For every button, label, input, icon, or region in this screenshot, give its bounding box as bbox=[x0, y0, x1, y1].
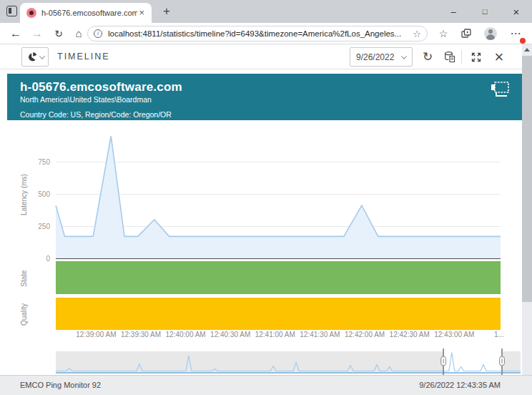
tab-title: h-05676.emcosoftware.com - Ti bbox=[41, 9, 137, 17]
toolbar-separator bbox=[461, 50, 462, 64]
close-view-button[interactable]: × bbox=[489, 47, 509, 67]
browser-nav-bar: ← → ↻ ⌂ i localhost:4811/statistics/time… bbox=[0, 23, 532, 44]
favorite-star-icon[interactable]: ☆ bbox=[413, 29, 421, 39]
latency-timeline-chart: 0250500750Latency (ms)StateQuality12:39:… bbox=[0, 125, 522, 347]
scrollbar-thumb[interactable] bbox=[522, 56, 532, 302]
expand-arrows-icon bbox=[471, 52, 482, 63]
x-tick-label: 12:39:30 AM bbox=[121, 331, 161, 338]
state-axis-label: State bbox=[20, 270, 28, 287]
site-favicon-icon bbox=[26, 8, 36, 18]
url-text[interactable]: localhost:4811/statistics/timeline?id=64… bbox=[108, 29, 413, 38]
avatar-icon bbox=[484, 27, 497, 40]
page-scrollbar[interactable] bbox=[522, 44, 532, 395]
collections-icon[interactable] bbox=[458, 25, 475, 42]
page-title: TIMELINE bbox=[57, 52, 110, 62]
app-name-label: EMCO Ping Monitor 92 bbox=[20, 381, 101, 389]
window-close-button[interactable]: × bbox=[501, 0, 532, 23]
browser-app-icon[interactable] bbox=[6, 6, 17, 16]
host-info-card: h-05676.emcosoftware.com North America\U… bbox=[7, 74, 522, 120]
date-value: 9/26/2022 bbox=[356, 52, 402, 62]
svg-text:250: 250 bbox=[38, 223, 50, 230]
x-tick-label: 12:41:00 AM bbox=[255, 331, 295, 338]
export-data-button[interactable] bbox=[439, 47, 459, 67]
reload-icon[interactable]: ↻ bbox=[50, 23, 67, 44]
x-tick-label: 12:41:30 AM bbox=[300, 331, 340, 338]
window-minimize-button[interactable]: – bbox=[438, 0, 469, 23]
status-bar: EMCO Ping Monitor 92 9/26/2022 12:43:35 … bbox=[0, 375, 532, 395]
browser-title-bar: h-05676.emcosoftware.com - Ti × + – □ × bbox=[0, 0, 532, 23]
forward-icon: → bbox=[29, 23, 46, 44]
svg-text:0: 0 bbox=[46, 255, 50, 263]
host-location: North America\United States\Boardman bbox=[20, 95, 512, 104]
quality-axis-label: Quality bbox=[20, 303, 28, 326]
date-picker[interactable]: 9/26/2022 bbox=[350, 47, 413, 67]
x-tick-label: 1... bbox=[494, 331, 504, 338]
x-tick-label: 12:43:00 AM bbox=[434, 331, 474, 338]
x-tick-label: 12:42:30 AM bbox=[390, 331, 430, 338]
tab-close-icon[interactable]: × bbox=[137, 8, 146, 18]
range-selector[interactable] bbox=[0, 348, 522, 375]
browser-tab[interactable]: h-05676.emcosoftware.com - Ti × bbox=[20, 3, 152, 23]
database-export-icon bbox=[443, 51, 455, 63]
window-maximize-button[interactable]: □ bbox=[469, 0, 501, 23]
pie-chart-icon bbox=[26, 52, 38, 63]
notification-badge bbox=[520, 38, 526, 44]
site-info-icon[interactable]: i bbox=[94, 29, 102, 38]
x-tick-label: 12:40:30 AM bbox=[210, 331, 250, 338]
new-tab-button[interactable]: + bbox=[159, 4, 174, 19]
monitor-icon bbox=[489, 81, 511, 102]
chart-type-split-button[interactable] bbox=[21, 47, 49, 67]
browser-window: h-05676.emcosoftware.com - Ti × + – □ × … bbox=[0, 0, 532, 395]
x-tick-label: 12:42:00 AM bbox=[345, 331, 385, 338]
profile-avatar[interactable] bbox=[482, 25, 499, 42]
y-axis-label: Latency (ms) bbox=[20, 174, 28, 215]
latency-area bbox=[56, 136, 501, 258]
host-details: Country Code: US, Region/Code: Oregon/OR bbox=[20, 110, 512, 119]
favorites-bar-icon[interactable]: ☆ bbox=[435, 25, 452, 42]
timeline-toolbar: TIMELINE 9/26/2022 ↻ × bbox=[0, 44, 522, 69]
host-name: h-05676.emcosoftware.com bbox=[20, 80, 512, 94]
svg-text:500: 500 bbox=[38, 190, 50, 198]
svg-text:750: 750 bbox=[38, 158, 50, 166]
latency-line bbox=[56, 136, 501, 236]
x-tick-label: 12:39:00 AM bbox=[76, 331, 116, 338]
state-band bbox=[56, 261, 501, 294]
x-tick-label: 12:40:00 AM bbox=[166, 331, 206, 338]
quality-band bbox=[56, 298, 501, 330]
browser-menu-icon[interactable]: ··· bbox=[508, 25, 525, 42]
back-icon[interactable]: ← bbox=[7, 23, 24, 44]
chevron-down-icon bbox=[39, 53, 44, 59]
chevron-down-icon bbox=[401, 53, 407, 59]
home-icon[interactable]: ⌂ bbox=[70, 23, 87, 44]
scroll-up-icon[interactable] bbox=[524, 48, 530, 52]
fullscreen-button[interactable] bbox=[466, 47, 486, 67]
status-timestamp: 9/26/2022 12:43:35 AM bbox=[419, 381, 501, 389]
address-bar[interactable]: i localhost:4811/statistics/timeline?id=… bbox=[87, 26, 428, 42]
refresh-button[interactable]: ↻ bbox=[418, 47, 438, 67]
